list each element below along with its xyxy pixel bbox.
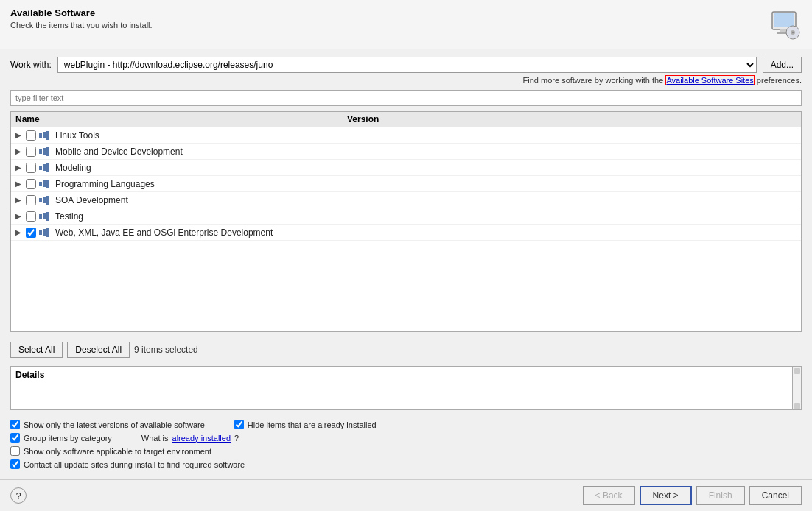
row-label: SOA Development	[55, 195, 128, 205]
row-checkbox[interactable]	[26, 130, 36, 141]
row-checkbox[interactable]	[26, 147, 36, 157]
show-applicable-label: Show only software applicable to target …	[24, 447, 211, 456]
svg-point-6	[792, 32, 794, 33]
group-by-category-option[interactable]: Group items by category	[10, 433, 112, 443]
work-with-select[interactable]: webPlugin - http://download.eclipse.org/…	[57, 57, 757, 73]
contact-sites-label: Contact all update sites during install …	[24, 460, 245, 469]
contact-sites-checkbox[interactable]	[10, 459, 20, 469]
what-is-suffix: ?	[234, 434, 239, 443]
options-row-1: Show only the latest versions of availab…	[10, 420, 802, 429]
dialog-footer: ? < Back Next > Finish Cancel	[0, 479, 812, 511]
row-label: Linux Tools	[55, 130, 99, 141]
row-label: Programming Languages	[55, 179, 155, 189]
expand-icon[interactable]: ▶	[15, 180, 26, 188]
expand-icon[interactable]: ▶	[15, 163, 26, 172]
next-button[interactable]: Next >	[640, 486, 692, 505]
expand-icon[interactable]: ▶	[15, 147, 26, 155]
show-latest-option[interactable]: Show only the latest versions of availab…	[10, 420, 205, 429]
row-checkbox[interactable]	[26, 179, 36, 189]
select-all-button[interactable]: Select All	[10, 342, 63, 358]
cancel-button[interactable]: Cancel	[749, 486, 802, 505]
expand-icon[interactable]: ▶	[15, 131, 26, 139]
table-row[interactable]: ▶ Programming Languages	[11, 176, 801, 192]
row-category-icon	[39, 131, 55, 140]
row-label: Modeling	[55, 163, 91, 173]
work-with-row: Work with: webPlugin - http://download.e…	[10, 57, 802, 73]
table-header: Name Version	[11, 112, 801, 127]
details-label: Details	[15, 370, 797, 380]
row-label: Testing	[55, 211, 83, 222]
software-sites-suffix: preferences.	[755, 76, 802, 85]
dialog-title: Available Software	[10, 7, 153, 18]
table-row[interactable]: ▶ SOA Development	[11, 192, 801, 208]
show-applicable-option[interactable]: Show only software applicable to target …	[10, 446, 211, 456]
table-row[interactable]: ▶ Mobile and Device Development	[11, 144, 801, 160]
available-software-sites-link[interactable]: Available Software Sites	[665, 75, 754, 85]
options-row-2: Group items by category What is already …	[10, 433, 802, 443]
what-is-prefix: What is	[141, 434, 169, 443]
options-row-4: Contact all update sites during install …	[10, 459, 802, 469]
table-body: ▶ Linux Tools ▶ Mobile and Device Develo…	[11, 127, 801, 331]
row-category-icon	[39, 147, 55, 156]
selected-count: 9 items selected	[134, 345, 198, 355]
svg-rect-1	[774, 13, 794, 27]
footer-buttons: < Back Next > Finish Cancel	[583, 486, 802, 505]
row-category-icon	[39, 163, 55, 172]
table-row[interactable]: ▶ Modeling	[11, 160, 801, 176]
deselect-all-button[interactable]: Deselect All	[67, 342, 130, 358]
expand-icon[interactable]: ▶	[15, 212, 26, 220]
back-button[interactable]: < Back	[583, 486, 635, 505]
table-row[interactable]: ▶ Testing	[11, 208, 801, 225]
svg-rect-8	[794, 403, 800, 409]
dialog-header: Available Software Check the items that …	[0, 0, 812, 49]
work-with-label: Work with:	[10, 60, 52, 70]
software-table: Name Version ▶ Linux Tools ▶ Mobile and …	[10, 111, 802, 332]
row-label: Mobile and Device Development	[55, 147, 183, 157]
options-row-3: Show only software applicable to target …	[10, 446, 802, 456]
hide-installed-checkbox[interactable]	[234, 420, 244, 429]
contact-sites-option[interactable]: Contact all update sites during install …	[10, 459, 245, 469]
header-text: Available Software Check the items that …	[10, 7, 153, 29]
show-latest-label: Show only the latest versions of availab…	[24, 420, 205, 429]
software-sites-row: Find more software by working with the A…	[10, 76, 802, 85]
row-category-icon	[39, 212, 55, 221]
row-category-icon	[39, 196, 55, 205]
show-applicable-checkbox[interactable]	[10, 446, 20, 456]
show-latest-checkbox[interactable]	[10, 420, 20, 429]
main-content: Work with: webPlugin - http://download.e…	[0, 49, 812, 479]
header-icon	[766, 7, 802, 43]
hide-installed-label: Hide items that are already installed	[248, 420, 377, 429]
expand-icon[interactable]: ▶	[15, 196, 26, 204]
table-row[interactable]: ▶ Web, XML, Java EE and OSGi Enterprise …	[11, 225, 801, 241]
hide-installed-option[interactable]: Hide items that are already installed	[234, 420, 377, 429]
table-row[interactable]: ▶ Linux Tools	[11, 127, 801, 144]
row-category-icon	[39, 228, 55, 237]
help-button[interactable]: ?	[10, 487, 27, 504]
already-installed-link[interactable]: already installed	[172, 434, 231, 443]
col-version-header: Version	[347, 114, 797, 124]
row-checkbox[interactable]	[26, 163, 36, 173]
col-name-header: Name	[15, 114, 347, 124]
dialog-subtitle: Check the items that you wish to install…	[10, 21, 153, 29]
software-sites-prefix: Find more software by working with the	[523, 76, 666, 85]
svg-rect-7	[794, 368, 800, 374]
details-section: Details	[10, 366, 802, 410]
options-section: Show only the latest versions of availab…	[10, 415, 802, 472]
row-checkbox[interactable]	[26, 211, 36, 222]
row-checkbox[interactable]	[26, 228, 36, 238]
select-row: Select All Deselect All 9 items selected	[10, 337, 802, 361]
row-label: Web, XML, Java EE and OSGi Enterprise De…	[55, 228, 273, 238]
add-button[interactable]: Add...	[763, 57, 802, 73]
filter-input[interactable]	[10, 90, 802, 106]
already-installed-row: What is already installed?	[141, 433, 239, 443]
finish-button[interactable]: Finish	[696, 486, 745, 505]
expand-icon[interactable]: ▶	[15, 228, 26, 236]
group-by-category-checkbox[interactable]	[10, 433, 20, 443]
details-scrollbar[interactable]	[792, 367, 801, 409]
row-checkbox[interactable]	[26, 195, 36, 205]
row-category-icon	[39, 180, 55, 188]
group-by-category-label: Group items by category	[24, 434, 112, 443]
